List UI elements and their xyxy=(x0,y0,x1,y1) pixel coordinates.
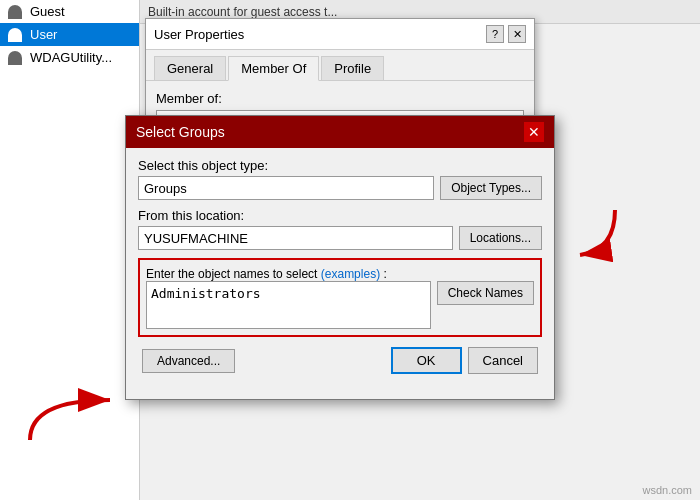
tab-profile[interactable]: Profile xyxy=(321,56,384,80)
sg-footer-right: OK Cancel xyxy=(391,347,538,374)
sg-location-field: Locations... xyxy=(138,226,542,250)
user-props-title: User Properties xyxy=(154,27,244,42)
sg-close-button[interactable]: ✕ xyxy=(524,122,544,142)
tab-general[interactable]: General xyxy=(154,56,226,80)
sidebar-item-label-wdag: WDAGUtility... xyxy=(30,50,112,65)
sg-locations-button[interactable]: Locations... xyxy=(459,226,542,250)
sg-object-type-row: Select this object type: Object Types... xyxy=(138,158,542,200)
sidebar: Guest User WDAGUtility... xyxy=(0,0,140,500)
titlebar-controls: ? ✕ xyxy=(486,25,526,43)
sg-location-input[interactable] xyxy=(138,226,453,250)
sg-object-type-field: Object Types... xyxy=(138,176,542,200)
close-button[interactable]: ✕ xyxy=(508,25,526,43)
user-icon-wdag xyxy=(8,51,22,65)
sg-object-names-label: Enter the object names to select (exampl… xyxy=(146,267,387,281)
sg-body: Select this object type: Object Types...… xyxy=(126,148,554,384)
help-button[interactable]: ? xyxy=(486,25,504,43)
sg-object-names-section: Enter the object names to select (exampl… xyxy=(138,258,542,337)
sg-title: Select Groups xyxy=(136,124,225,140)
sg-object-types-button[interactable]: Object Types... xyxy=(440,176,542,200)
sg-location-label: From this location: xyxy=(138,208,542,223)
bg-header-text: Built-in account for guest access t... xyxy=(148,5,337,19)
sg-footer-left: Advanced... xyxy=(142,349,235,373)
sg-titlebar: Select Groups ✕ xyxy=(126,116,554,148)
sg-names-field-row: Check Names xyxy=(146,281,534,329)
sg-object-type-input[interactable] xyxy=(138,176,434,200)
sidebar-item-wdag[interactable]: WDAGUtility... xyxy=(0,46,139,69)
tab-member-of[interactable]: Member Of xyxy=(228,56,319,81)
user-icon-guest xyxy=(8,5,22,19)
arrow-check-names xyxy=(545,200,625,280)
sg-ok-button[interactable]: OK xyxy=(391,347,462,374)
user-props-titlebar: User Properties ? ✕ xyxy=(146,19,534,50)
select-groups-dialog: Select Groups ✕ Select this object type:… xyxy=(125,115,555,400)
sidebar-item-user[interactable]: User xyxy=(0,23,139,46)
sg-footer: Advanced... OK Cancel xyxy=(138,347,542,374)
sg-location-row: From this location: Locations... xyxy=(138,208,542,250)
watermark: wsdn.com xyxy=(642,484,692,496)
sg-check-names-button[interactable]: Check Names xyxy=(437,281,534,305)
sg-object-type-label: Select this object type: xyxy=(138,158,542,173)
sg-cancel-button[interactable]: Cancel xyxy=(468,347,538,374)
sg-advanced-button[interactable]: Advanced... xyxy=(142,349,235,373)
sg-examples-link[interactable]: (examples) xyxy=(321,267,380,281)
sidebar-item-label-user: User xyxy=(30,27,57,42)
sidebar-item-guest[interactable]: Guest xyxy=(0,0,139,23)
sg-names-input[interactable] xyxy=(146,281,431,329)
sidebar-item-label-guest: Guest xyxy=(30,4,65,19)
user-icon-user xyxy=(8,28,22,42)
member-of-label: Member of: xyxy=(156,91,524,106)
dialog-tabs: General Member Of Profile xyxy=(146,50,534,81)
